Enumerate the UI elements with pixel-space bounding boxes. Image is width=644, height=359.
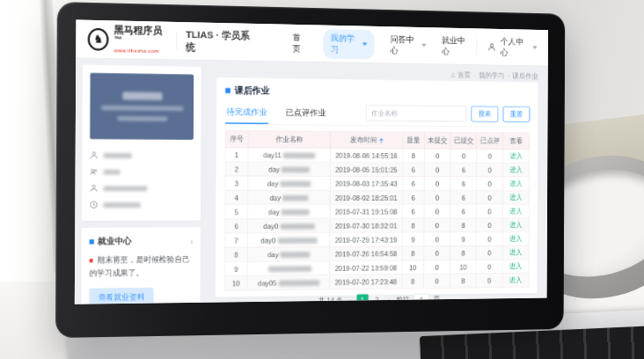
table-cell: 5 [225,205,248,219]
table-cell: 2019-07-26 16:54:58 [330,246,402,261]
column-header-0: 序号 [225,130,248,147]
homework-name-cell: day [247,247,330,262]
homework-name-cell: day0 [247,218,330,232]
enter-homework-link[interactable]: 进入 [509,165,523,173]
name-redacted [282,167,310,173]
enter-homework-link[interactable]: 进入 [509,194,523,201]
main-content: ⌂首页·我的学习·课后作业 课后作业 待完成作业 已点评作业 [207,61,548,303]
table-cell: 0 [477,190,503,204]
teacher-icon [90,184,99,193]
nav-item-1[interactable]: 我的学习 [324,29,375,60]
section-bullet-icon [90,239,94,244]
table-cell: 0 [424,246,450,260]
table-cell: 6 [402,177,424,191]
column-header-2[interactable]: 发布时间 [330,131,402,148]
class-info-redacted [101,106,184,111]
enter-homework-link[interactable]: 进入 [509,248,523,256]
table-cell: 8 [224,247,247,261]
home-icon: ⌂ [450,70,455,79]
table-cell: 0 [424,190,450,204]
table-cell: 8 [402,218,424,232]
field-value-redacted [103,202,141,208]
enter-homework-link[interactable]: 进入 [509,221,523,229]
table-cell: 4 [225,190,248,204]
table-cell: 0 [476,245,502,260]
table-cell: 8 [402,274,424,288]
table-cell: 0 [476,232,502,246]
student-profile-card [90,73,194,140]
table-cell: 6 [450,177,477,191]
brand-block[interactable]: 黑马程序员™ www.itheima.com [114,25,168,55]
chevron-down-icon [532,46,537,49]
table-cell: 8 [450,274,476,288]
tab-pending-homework[interactable]: 待完成作业 [225,101,268,124]
navbar-divider-2 [476,38,477,55]
table-cell: 0 [477,177,503,191]
reset-button[interactable]: 重置 [503,106,531,122]
action-cell: 进入 [502,273,529,287]
table-cell: 8 [450,218,477,232]
name-redacted [277,238,317,244]
enter-homework-link[interactable]: 进入 [509,262,523,270]
homework-name-input[interactable] [366,105,467,121]
breadcrumb-separator: · [473,71,476,79]
action-cell: 进入 [502,218,529,232]
homework-name-cell: day [248,204,331,218]
table-header-row: 序号作业名称发布时间题量未提交已提交已点评查看 [225,130,530,149]
table-cell: 0 [423,260,450,274]
table-cell: 0 [477,218,503,232]
view-employment-material-button[interactable]: 查看就业资料 [89,288,154,304]
table-row: 1day112019-08-06 14:55:168000进入 [225,148,530,164]
table-cell: 0 [424,204,450,218]
search-button[interactable]: 搜索 [472,106,499,121]
tabs-row: 待完成作业 已点评作业 搜索 重置 [225,101,531,128]
table-cell: 6 [225,219,248,233]
table-row: 3day2019-08-03 17:35:436060进入 [225,176,530,190]
breadcrumb-item[interactable]: 首页 [457,71,471,79]
profile-field [90,147,194,164]
enter-homework-link[interactable]: 进入 [509,207,523,215]
homework-name-cell: day05 [247,275,330,290]
breadcrumb-item[interactable]: 我的学习 [479,71,504,79]
field-value-redacted [103,186,147,191]
table-cell: 2 [225,162,248,176]
employment-notice: 期末将至，是时候检验自己的学习成果了。 [89,253,193,281]
enter-homework-link[interactable]: 进入 [509,180,523,187]
nav-item-0[interactable]: 首页 [293,32,308,55]
homework-name-cell: day [248,162,331,176]
name-redacted [282,195,309,201]
column-header-7: 查看 [503,133,530,150]
user-menu-label: 个人中心 [501,35,528,58]
employment-panel: 就业中心 › 期末将至，是时候检验自己的学习成果了。 查看就业资料 [81,227,201,304]
table-cell: 2019-08-06 14:55:16 [330,148,402,162]
profile-field [90,164,194,180]
enter-homework-link[interactable]: 进入 [509,152,523,160]
table-cell: 0 [424,177,450,191]
enter-homework-link[interactable]: 进入 [509,276,523,284]
user-menu[interactable]: 个人中心 [470,35,537,59]
column-header-5: 已提交 [450,132,477,149]
red-dot-icon [89,259,92,263]
table-cell: 0 [450,149,477,163]
chevron-down-icon [421,44,426,48]
brand-logo-icon[interactable]: ♞ [88,27,109,50]
product-title: TLIAS · 学员系统 [186,28,255,55]
breadcrumb-item: 课后作业 [513,72,538,80]
chevron-right-icon: › [190,236,193,245]
name-redacted [280,181,311,187]
table-row: 5day2019-07-31 19:15:086060进入 [225,204,530,219]
profile-fields [90,147,194,213]
table-cell: 2019-07-30 18:32:01 [330,218,402,232]
employment-header[interactable]: 就业中心 › [90,235,194,247]
title-bullet-icon [225,88,231,93]
laptop-screen: ♞ 黑马程序员™ www.itheima.com TLIAS · 学员系统 首页… [75,19,548,304]
tab-reviewed-homework[interactable]: 已点评作业 [284,102,327,125]
profile-field [90,196,194,213]
table-cell: 10 [450,260,477,274]
enter-homework-link[interactable]: 进入 [509,235,523,243]
action-cell: 进入 [502,245,529,260]
field-value-redacted [104,152,132,158]
nav-item-2[interactable]: 问答中心 [391,33,427,57]
photo-scene: ♞ 黑马程序员™ www.itheima.com TLIAS · 学员系统 首页… [0,0,644,359]
nav-item-3[interactable]: 就业中心 [442,34,470,57]
